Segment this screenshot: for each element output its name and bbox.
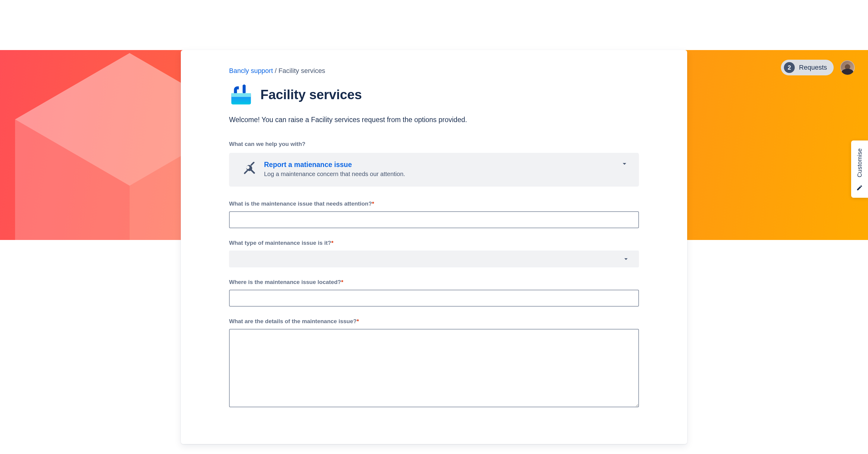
breadcrumb-root-link[interactable]: Bancly support: [229, 67, 273, 74]
issue-summary-label: What is the maintenance issue that needs…: [229, 201, 639, 207]
request-type-title: Report a matienance issue: [264, 161, 405, 169]
wrench-cross-icon: [242, 162, 255, 175]
request-form-card: Bancly support / Facility services Facil…: [181, 50, 687, 444]
request-type-description: Log a maintenance concern that needs our…: [264, 171, 405, 178]
issue-summary-input[interactable]: [229, 211, 639, 228]
toolbox-icon: [229, 83, 253, 107]
requests-count-badge: 2: [784, 62, 795, 73]
breadcrumb-separator: /: [273, 67, 278, 74]
page-title: Facility services: [260, 87, 362, 102]
chevron-down-icon: [622, 255, 630, 263]
request-type-selector[interactable]: Report a matienance issue Log a maintena…: [229, 153, 639, 187]
avatar[interactable]: [840, 60, 855, 75]
issue-location-input[interactable]: [229, 290, 639, 307]
issue-details-textarea[interactable]: [229, 329, 639, 407]
help-prompt-label: What can we help you with?: [229, 141, 639, 147]
welcome-text: Welcome! You can raise a Facility servic…: [229, 116, 639, 124]
customise-label: Customise: [856, 148, 863, 177]
issue-details-label: What are the details of the maintenance …: [229, 318, 639, 325]
requests-label: Requests: [799, 64, 827, 71]
issue-type-label: What type of maintenance issue is it?*: [229, 240, 639, 246]
issue-location-label: Where is the maintenance issue located?*: [229, 279, 639, 285]
breadcrumb-current: Facility services: [278, 67, 325, 74]
svg-rect-1: [231, 93, 251, 97]
svg-rect-4: [244, 170, 248, 174]
issue-type-select[interactable]: [229, 250, 639, 267]
chevron-down-icon: [620, 159, 629, 168]
pencil-icon: [856, 184, 863, 191]
requests-button[interactable]: 2 Requests: [781, 60, 834, 75]
breadcrumb: Bancly support / Facility services: [229, 67, 639, 75]
svg-rect-5: [250, 162, 255, 166]
customise-button[interactable]: Customise: [851, 141, 868, 198]
